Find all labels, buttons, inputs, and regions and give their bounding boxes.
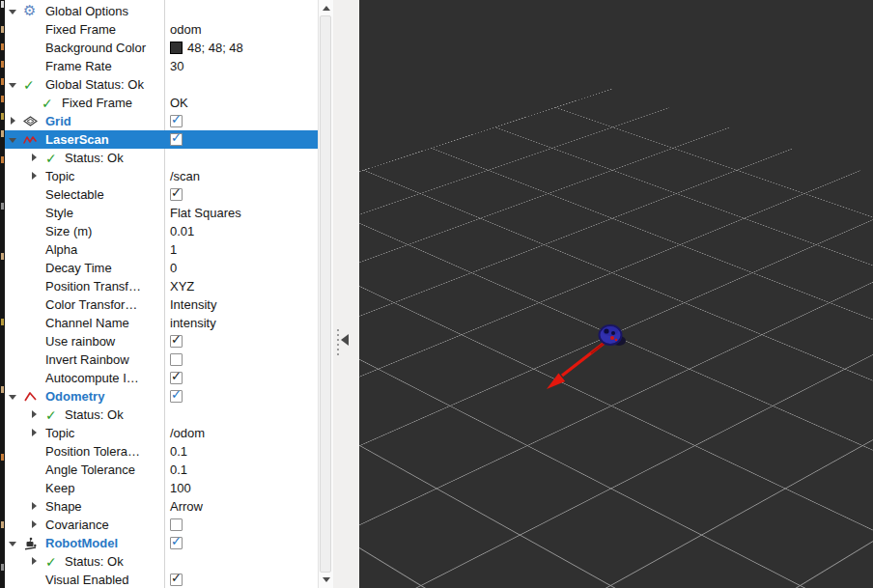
- expander-icon[interactable]: [29, 167, 41, 185]
- row-decay-time[interactable]: Decay Time 0: [5, 259, 318, 277]
- row-fixed-frame[interactable]: ✓ Fixed Frame OK: [5, 94, 318, 112]
- row-status-ok[interactable]: ✓ Status: Ok: [5, 149, 318, 167]
- value-text[interactable]: 100: [170, 479, 191, 497]
- terminal-text-sliver: [1, 130, 4, 137]
- checkbox[interactable]: ✓: [170, 188, 183, 201]
- row-fixed-frame[interactable]: Fixed Frame odom: [5, 20, 318, 39]
- robot-model: [600, 325, 627, 346]
- value-text[interactable]: 0.1: [170, 461, 187, 479]
- row-angle-tolerance[interactable]: Angle Tolerance 0.1: [5, 461, 318, 479]
- row-background-color[interactable]: Background Color 48; 48; 48: [5, 39, 318, 57]
- value-text[interactable]: 0.01: [170, 222, 194, 240]
- scroll-up-button[interactable]: [319, 1, 333, 15]
- terminal-text-sliver: [1, 454, 4, 461]
- value-text[interactable]: 48; 48; 48: [187, 39, 243, 57]
- value-text[interactable]: Arrow: [170, 497, 203, 516]
- row-shape[interactable]: Shape Arrow: [5, 497, 318, 516]
- terminal-text-sliver: [1, 203, 4, 210]
- panel-splitter[interactable]: [333, 0, 359, 588]
- row-size-m[interactable]: Size (m) 0.01: [5, 222, 318, 240]
- splitter-grip[interactable]: [337, 329, 339, 356]
- row-selectable[interactable]: Selectable ✓: [5, 185, 318, 204]
- row-laserscan[interactable]: LaserScan ✓: [5, 130, 318, 149]
- value-text[interactable]: 30: [170, 57, 183, 75]
- expander-icon[interactable]: [8, 534, 19, 552]
- expander-icon[interactable]: [8, 2, 19, 20]
- value-text[interactable]: /scan: [170, 167, 200, 185]
- viewport-3d[interactable]: [359, 0, 873, 588]
- scroll-down-button[interactable]: [319, 573, 333, 587]
- terminal-text-sliver: [1, 78, 4, 85]
- value-text[interactable]: intensity: [170, 314, 216, 332]
- row-topic[interactable]: Topic /odom: [5, 424, 318, 442]
- value-text[interactable]: 1: [170, 240, 177, 259]
- expander-icon[interactable]: [29, 424, 41, 442]
- terminal-text-sliver: [1, 564, 4, 571]
- terminal-text-sliver: [1, 96, 4, 102]
- row-frame-rate[interactable]: Frame Rate 30: [5, 57, 318, 75]
- checkbox[interactable]: ✓: [170, 372, 183, 384]
- expander-icon[interactable]: [29, 497, 41, 516]
- checkbox-check-icon: ✓: [171, 534, 182, 549]
- value-text[interactable]: 0: [170, 259, 177, 277]
- row-position-tolera[interactable]: Position Tolera… 0.1: [5, 442, 318, 461]
- checkbox[interactable]: [170, 353, 183, 366]
- checkbox[interactable]: ✓: [170, 574, 183, 586]
- status-ok-icon: ✓: [42, 94, 53, 112]
- row-color-transfor[interactable]: Color Transfor… Intensity: [5, 295, 318, 314]
- expander-icon[interactable]: [29, 516, 41, 534]
- row-status-ok[interactable]: ✓ Status: Ok: [5, 552, 318, 571]
- value-text[interactable]: Intensity: [170, 295, 216, 314]
- row-status-ok[interactable]: ✓ Status: Ok: [5, 406, 318, 424]
- expander-icon[interactable]: [8, 75, 19, 94]
- value-text[interactable]: odom: [170, 20, 202, 39]
- checkbox[interactable]: ✓: [170, 537, 183, 549]
- value-text[interactable]: 0.1: [170, 442, 187, 461]
- checkbox[interactable]: ✓: [170, 390, 183, 403]
- row-use-rainbow[interactable]: Use rainbow ✓: [5, 332, 318, 350]
- checkbox[interactable]: [170, 518, 183, 531]
- expander-icon[interactable]: [29, 406, 41, 424]
- row-keep[interactable]: Keep 100: [5, 479, 318, 497]
- checkbox[interactable]: ✓: [170, 335, 183, 348]
- row-invert-rainbow[interactable]: Invert Rainbow: [5, 350, 318, 369]
- odometry-icon: [23, 387, 38, 406]
- row-alpha[interactable]: Alpha 1: [5, 240, 318, 259]
- row-robotmodel[interactable]: RobotModel ✓: [5, 534, 318, 552]
- status-ok-icon: ✓: [45, 406, 57, 424]
- expander-icon[interactable]: [8, 112, 19, 130]
- row-channel-name[interactable]: Channel Name intensity: [5, 314, 318, 332]
- terminal-text-sliver: [1, 61, 4, 68]
- row-style[interactable]: Style Flat Squares: [5, 204, 318, 222]
- terminal-text-sliver: [1, 26, 4, 33]
- color-swatch[interactable]: [170, 42, 183, 54]
- checkbox-check-icon: ✓: [171, 387, 182, 403]
- expander-icon[interactable]: [8, 387, 19, 406]
- value-text[interactable]: Flat Squares: [170, 204, 241, 222]
- row-global-options[interactable]: ⚙ Global Options: [5, 2, 318, 20]
- terminal-text-sliver: [1, 253, 4, 260]
- row-grid[interactable]: Grid ✓: [5, 112, 318, 130]
- row-covariance[interactable]: Covariance: [5, 516, 318, 534]
- row-odometry[interactable]: Odometry ✓: [5, 387, 318, 406]
- splitter-collapse-button[interactable]: [341, 334, 349, 346]
- checkbox-check-icon: ✓: [171, 112, 182, 127]
- panel-scrollbar[interactable]: [318, 0, 333, 588]
- checkbox[interactable]: ✓: [170, 115, 183, 127]
- value-text[interactable]: XYZ: [170, 277, 194, 295]
- value-text[interactable]: OK: [170, 94, 188, 112]
- expander-icon[interactable]: [29, 552, 41, 571]
- row-position-transf[interactable]: Position Transf… XYZ: [5, 277, 318, 295]
- checkbox-check-icon: ✓: [171, 571, 182, 586]
- terminal-text-sliver: [1, 1, 4, 8]
- row-visual-enabled[interactable]: Visual Enabled ✓: [5, 571, 318, 588]
- checkbox[interactable]: ✓: [170, 133, 183, 146]
- value-text[interactable]: /odom: [170, 424, 205, 442]
- status-ok-icon: ✓: [45, 149, 57, 167]
- expander-icon[interactable]: [8, 130, 19, 149]
- row-topic[interactable]: Topic /scan: [5, 167, 318, 185]
- row-autocompute-i[interactable]: Autocompute I… ✓: [5, 369, 318, 387]
- expander-icon[interactable]: [29, 149, 41, 167]
- row-global-status-ok[interactable]: ✓ Global Status: Ok: [5, 75, 318, 94]
- scrollbar-thumb[interactable]: [320, 15, 331, 573]
